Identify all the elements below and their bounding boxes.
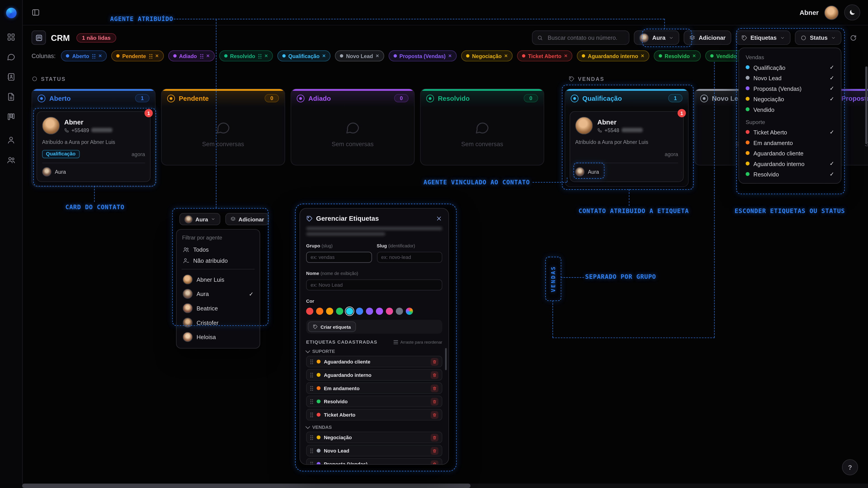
remove-chip-icon[interactable]: ×	[641, 53, 644, 59]
grupo-input[interactable]	[306, 252, 372, 263]
color-swatch[interactable]	[366, 308, 373, 315]
horizontal-scrollbar-thumb[interactable]	[22, 484, 471, 488]
remove-chip-icon[interactable]: ×	[98, 53, 102, 59]
remove-chip-icon[interactable]: ×	[155, 53, 158, 59]
color-swatch[interactable]	[336, 308, 343, 315]
dashboard-grid-icon[interactable]	[6, 33, 16, 41]
remove-chip-icon[interactable]: ×	[504, 53, 507, 59]
drag-handle-icon[interactable]	[310, 398, 313, 404]
column-header[interactable]: Aberto 1	[32, 89, 155, 107]
label-row[interactable]: Novo Lead	[306, 445, 442, 456]
column-header[interactable]: Resolvido 0	[421, 89, 544, 107]
column-header[interactable]: Qualificação 1	[565, 89, 688, 107]
column-chip[interactable]: Negociação×	[461, 51, 513, 61]
delete-label-button[interactable]	[431, 411, 438, 418]
user-icon[interactable]	[6, 135, 16, 144]
contact-tag[interactable]: Qualificação	[42, 150, 79, 158]
drag-handle-icon[interactable]	[199, 53, 204, 58]
drag-handle-icon[interactable]	[149, 53, 153, 58]
remove-chip-icon[interactable]: ×	[376, 53, 379, 59]
status-dropdown-button[interactable]: Status	[795, 31, 842, 45]
drag-handle-icon[interactable]	[310, 372, 313, 378]
user-avatar[interactable]	[825, 5, 839, 20]
remove-chip-icon[interactable]: ×	[265, 53, 268, 59]
remove-chip-icon[interactable]: ×	[564, 53, 567, 59]
search-input[interactable]	[547, 34, 625, 41]
label-row[interactable]: Aguardando interno	[306, 369, 442, 381]
agent-option[interactable]: Heloisa	[180, 330, 256, 344]
remove-chip-icon[interactable]: ×	[206, 53, 210, 59]
label-row[interactable]: Aguardando cliente	[306, 356, 442, 367]
search-box[interactable]	[532, 31, 629, 45]
slug-input[interactable]	[377, 252, 442, 263]
label-menu-item[interactable]: Em andamento	[743, 137, 836, 148]
vertical-scrollbar-thumb[interactable]	[865, 66, 867, 144]
agent-option[interactable]: Cristofer	[180, 315, 256, 330]
drag-handle-icon[interactable]	[310, 385, 313, 391]
column-chip[interactable]: Aguardando interno×	[577, 51, 649, 61]
delete-label-button[interactable]	[431, 460, 438, 465]
help-button[interactable]: ?	[842, 459, 858, 475]
label-row[interactable]: Negociação	[306, 431, 442, 443]
color-swatch[interactable]	[356, 308, 363, 315]
custom-color-swatch[interactable]	[406, 308, 413, 315]
column-chip[interactable]: Proposta (Vendas)×	[388, 51, 457, 61]
color-swatch[interactable]	[316, 308, 323, 315]
label-row[interactable]: Proposta (Vendas)	[306, 458, 442, 465]
agent-filter-button[interactable]: Aura	[634, 31, 680, 45]
close-icon[interactable]	[436, 215, 442, 222]
label-row[interactable]: Em andamento	[306, 382, 442, 394]
column-chip[interactable]: Ticket Aberto×	[517, 51, 572, 61]
labels-dropdown-button[interactable]: Etiquetas	[736, 31, 790, 45]
agent-option-unassigned[interactable]: Não atribuido	[180, 255, 256, 266]
contact-card[interactable]: 1 Abner +55489 Atribuído a Aura por Abne…	[37, 111, 151, 182]
add-button[interactable]: Adicionar	[225, 213, 269, 225]
kanban-icon[interactable]	[6, 112, 16, 121]
add-button[interactable]: Adicionar	[684, 31, 731, 45]
app-logo-icon[interactable]	[6, 8, 17, 18]
agent-option[interactable]: Aura✓	[180, 287, 256, 301]
refresh-button[interactable]	[846, 31, 860, 45]
label-row[interactable]: Ticket Aberto	[306, 409, 442, 420]
drag-handle-icon[interactable]	[310, 435, 313, 440]
color-swatch[interactable]	[386, 308, 393, 315]
agent-filter-button[interactable]: Aura	[179, 213, 220, 225]
drag-handle-icon[interactable]	[258, 53, 262, 58]
delete-label-button[interactable]	[431, 433, 438, 441]
delete-label-button[interactable]	[431, 358, 438, 365]
label-menu-item[interactable]: Qualificação✓	[743, 62, 836, 72]
color-swatch[interactable]	[396, 308, 403, 315]
label-menu-item[interactable]: Novo Lead✓	[743, 72, 836, 83]
label-group-toggle[interactable]: SUPORTE	[306, 349, 442, 354]
color-swatch-selected[interactable]	[346, 308, 353, 315]
label-menu-item[interactable]: Ticket Aberto✓	[743, 127, 836, 137]
drag-handle-icon[interactable]	[310, 359, 313, 364]
agent-option[interactable]: Abner Luis	[180, 272, 256, 287]
column-header[interactable]: Pendente 0	[162, 89, 285, 107]
label-group-toggle[interactable]: VENDAS	[306, 424, 442, 430]
delete-label-button[interactable]	[431, 447, 438, 455]
delete-label-button[interactable]	[431, 384, 438, 392]
remove-chip-icon[interactable]: ×	[692, 53, 696, 59]
label-menu-item[interactable]: Vendido	[743, 104, 836, 115]
column-chip[interactable]: Qualificação×	[277, 51, 331, 61]
label-menu-item[interactable]: Resolvido✓	[743, 169, 836, 180]
contacts-book-icon[interactable]	[6, 72, 16, 81]
column-chip[interactable]: Pendente×	[111, 51, 164, 61]
color-swatch[interactable]	[376, 308, 383, 315]
agent-option-all[interactable]: Todos	[180, 244, 256, 255]
color-swatch[interactable]	[306, 308, 313, 315]
column-chip[interactable]: Resolvido×	[653, 51, 701, 61]
column-chip[interactable]: Aberto×	[61, 51, 107, 61]
column-chip[interactable]: Resolvido×	[219, 51, 273, 61]
delete-label-button[interactable]	[431, 398, 438, 405]
drag-handle-icon[interactable]	[310, 412, 313, 417]
create-label-button[interactable]: Criar etiqueta	[308, 322, 356, 332]
column-header[interactable]: Adiado 0	[291, 89, 414, 107]
nome-input[interactable]	[306, 280, 442, 291]
label-menu-item[interactable]: Negociação✓	[743, 94, 836, 104]
column-chip[interactable]: Novo Lead×	[335, 51, 384, 61]
drag-handle-icon[interactable]	[310, 448, 313, 453]
remove-chip-icon[interactable]: ×	[448, 53, 452, 59]
drag-handle-icon[interactable]	[310, 461, 313, 465]
